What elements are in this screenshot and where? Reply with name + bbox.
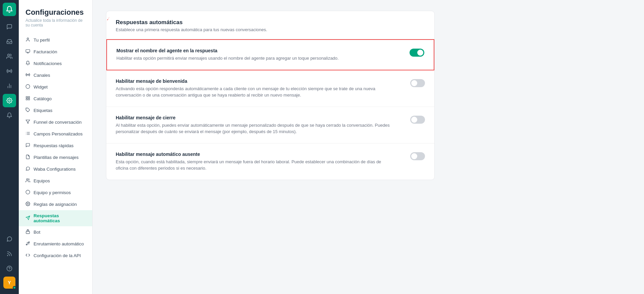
toggle-ausente[interactable] bbox=[410, 152, 425, 160]
notifications-icon-btn[interactable] bbox=[3, 109, 16, 122]
sidebar-item-catalogo[interactable]: Catálogo bbox=[19, 93, 92, 105]
sidebar-item-reglas[interactable]: Reglas de asignación bbox=[19, 198, 92, 210]
sidebar-item-enrutamiento[interactable]: Enrutamiento automático bbox=[19, 238, 92, 250]
plantillas-icon bbox=[25, 155, 30, 160]
sidebar-item-label: Tu perfil bbox=[34, 38, 50, 43]
sidebar-item-label: Widget bbox=[34, 84, 48, 90]
card-subtitle: Establece una primera respuesta automáti… bbox=[116, 27, 425, 32]
toggle-agente-slider bbox=[410, 49, 424, 57]
sidebar-item-label: Respuestas automáticas bbox=[34, 213, 86, 223]
svg-rect-32 bbox=[26, 231, 30, 233]
whatsapp-icon-btn[interactable] bbox=[3, 232, 16, 246]
etiquetas-icon bbox=[25, 108, 30, 113]
avatar-initials: Y bbox=[8, 280, 11, 285]
sidebar-item-funnel[interactable]: Funnel de conversación bbox=[19, 116, 92, 128]
contacts-icon-btn[interactable] bbox=[3, 50, 16, 63]
sidebar-item-plantillas[interactable]: Plantillas de mensajes bbox=[19, 152, 92, 163]
sidebar-item-label: Enrutamiento automático bbox=[34, 241, 84, 246]
svg-point-13 bbox=[28, 74, 28, 75]
section-agente-nombre: Mostrar el nombre del agente en la respu… bbox=[106, 39, 434, 70]
equipos-icon bbox=[25, 178, 30, 184]
sidebar-item-label: Catálogo bbox=[34, 96, 52, 101]
radio-icon-btn[interactable] bbox=[3, 64, 16, 78]
sidebar-item-label: Waba Configurations bbox=[34, 167, 76, 172]
rss-icon-btn[interactable] bbox=[3, 247, 16, 260]
waba-icon bbox=[25, 166, 30, 172]
card-title: Respuestas automáticas bbox=[116, 19, 425, 26]
section-text-agente: Mostrar el nombre del agente en la respu… bbox=[116, 48, 339, 62]
section-title-ausente: Habilitar mensaje automático ausente bbox=[116, 152, 391, 157]
sidebar-item-widget[interactable]: Widget bbox=[19, 81, 92, 93]
sidebar-item-canales[interactable]: Canales bbox=[19, 69, 92, 81]
widget-icon bbox=[25, 84, 30, 90]
sidebar-item-bot[interactable]: Bot bbox=[19, 226, 92, 238]
svg-point-9 bbox=[27, 38, 29, 40]
sidebar-item-label: Configuración de la API bbox=[34, 253, 81, 258]
svg-rect-16 bbox=[28, 97, 30, 98]
respuestas-auto-icon bbox=[25, 216, 30, 221]
help-icon-btn[interactable] bbox=[3, 262, 16, 275]
svg-point-29 bbox=[27, 203, 29, 204]
sidebar-item-api[interactable]: Configuración de la API bbox=[19, 250, 92, 261]
svg-rect-17 bbox=[28, 99, 30, 100]
sidebar-item-label: Plantillas de mensajes bbox=[34, 155, 78, 160]
sidebar-item-equipo-permisos[interactable]: Equipo y permisos bbox=[19, 187, 92, 198]
sidebar-item-respuestas-rapidas[interactable]: Respuestas rápidas bbox=[19, 140, 92, 152]
page-title: Configuraciones bbox=[19, 8, 92, 18]
section-text-cierre: Habilitar mensaje de cierre Al habilitar… bbox=[116, 115, 391, 135]
toggle-bienvenida[interactable] bbox=[410, 79, 425, 87]
facturacion-icon bbox=[25, 49, 30, 55]
avatar-status-dot bbox=[13, 286, 16, 289]
svg-point-1 bbox=[9, 71, 10, 72]
sidebar-item-label: Respuestas rápidas bbox=[34, 143, 73, 148]
sidebar-item-label: Canales bbox=[34, 73, 50, 78]
sidebar-item-respuestas-auto[interactable]: Respuestas automáticas bbox=[19, 210, 92, 226]
reglas-icon bbox=[25, 201, 30, 207]
api-icon bbox=[25, 253, 30, 258]
svg-point-0 bbox=[8, 54, 10, 56]
section-title-agente: Mostrar el nombre del agente en la respu… bbox=[116, 48, 339, 53]
sidebar-item-label: Bot bbox=[34, 230, 40, 235]
section-title-bienvenida: Habilitar mensaje de bienvenida bbox=[116, 78, 391, 84]
enrutamiento-icon bbox=[25, 241, 30, 247]
section-desc-ausente: Esta opción, cuando está habilitada, sie… bbox=[116, 159, 391, 172]
section-ausente: Habilitar mensaje automático ausente Est… bbox=[106, 143, 434, 180]
sidebar-item-waba[interactable]: Waba Configurations bbox=[19, 163, 92, 175]
sidebar-item-notificaciones[interactable]: Notificaciones bbox=[19, 58, 92, 69]
svg-rect-15 bbox=[26, 97, 28, 98]
sidebar-item-label: Reglas de asignación bbox=[34, 202, 77, 207]
main-content: Respuestas automáticas Establece una pri… bbox=[93, 0, 644, 294]
inbox-icon-btn[interactable] bbox=[3, 35, 16, 48]
reports-icon-btn[interactable] bbox=[3, 79, 16, 93]
section-cierre: Habilitar mensaje de cierre Al habilitar… bbox=[106, 107, 434, 143]
settings-card: Respuestas automáticas Establece una pri… bbox=[106, 11, 435, 180]
avatar[interactable]: Y bbox=[3, 277, 15, 289]
settings-icon-btn[interactable] bbox=[3, 94, 16, 107]
svg-point-27 bbox=[26, 179, 28, 180]
section-text-ausente: Habilitar mensaje automático ausente Est… bbox=[116, 152, 391, 172]
section-bienvenida: Habilitar mensaje de bienvenida Activand… bbox=[106, 70, 434, 107]
sidebar-item-label: Facturación bbox=[34, 49, 57, 54]
sidebar-item-equipos[interactable]: Equipos bbox=[19, 175, 92, 187]
toggle-cierre[interactable] bbox=[410, 116, 425, 124]
chat-icon-btn[interactable] bbox=[3, 20, 16, 34]
respuestas-rapidas-icon bbox=[25, 143, 30, 149]
sidebar-item-label: Funnel de conversación bbox=[34, 120, 82, 125]
sidebar-item-perfil[interactable]: Tu perfil bbox=[19, 34, 92, 46]
sidebar-item-campos[interactable]: Campos Personalizados bbox=[19, 128, 92, 140]
toggle-cierre-slider bbox=[410, 116, 425, 124]
section-text-bienvenida: Habilitar mensaje de bienvenida Activand… bbox=[116, 78, 391, 99]
page-subtitle: Actualice toda la información de su cuen… bbox=[19, 18, 92, 34]
section-title-cierre: Habilitar mensaje de cierre bbox=[116, 115, 391, 120]
sidebar-item-label: Equipo y permisos bbox=[34, 190, 71, 195]
svg-rect-18 bbox=[26, 99, 28, 100]
sidebar: Configuraciones Actualice toda la inform… bbox=[19, 0, 93, 294]
sidebar-item-etiquetas[interactable]: Etiquetas bbox=[19, 105, 92, 116]
svg-rect-10 bbox=[26, 50, 30, 52]
svg-point-6 bbox=[7, 255, 8, 256]
sidebar-item-label: Campos Personalizados bbox=[34, 131, 83, 136]
canales-icon bbox=[25, 72, 30, 78]
sidebar-item-facturacion[interactable]: Facturación bbox=[19, 46, 92, 58]
logo-button[interactable] bbox=[3, 3, 16, 16]
toggle-agente[interactable] bbox=[410, 49, 424, 57]
